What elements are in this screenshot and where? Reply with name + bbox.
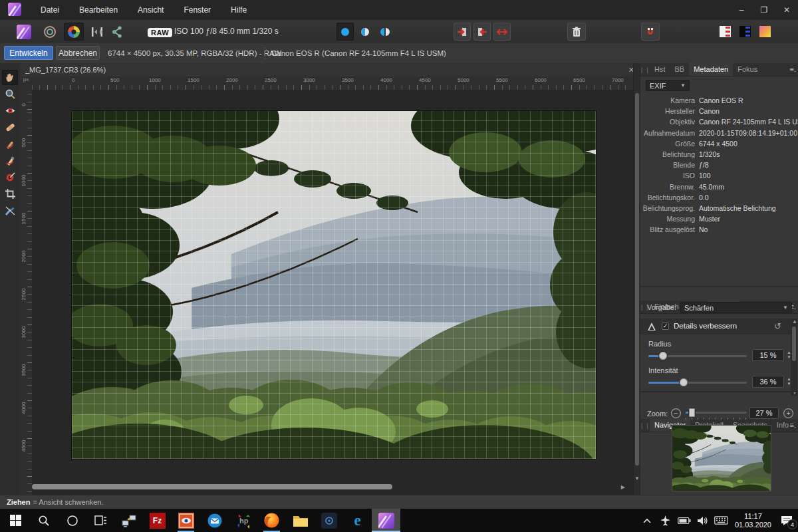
overlay-erase-tool[interactable] <box>2 153 18 168</box>
navigator-zoom-slider[interactable] <box>686 406 747 420</box>
preset-dropdown[interactable]: Schärfen▼ <box>680 302 792 313</box>
exif-dropdown[interactable]: EXIF▼ <box>646 80 690 91</box>
minimize-button[interactable]: – <box>730 0 753 20</box>
liquify-persona-icon[interactable] <box>40 23 60 41</box>
irfanview-icon[interactable] <box>172 509 200 532</box>
metadata-row: Brennw.45.0mm <box>640 182 798 192</box>
menu-item[interactable]: Hilfe <box>221 0 257 20</box>
scroll-down-arrow-icon[interactable]: ▼ <box>634 475 640 481</box>
radius-value[interactable]: 15 % <box>752 349 784 361</box>
zoom-in-button[interactable]: + <box>783 408 793 418</box>
blemish-removal-tool[interactable] <box>2 120 18 135</box>
clock[interactable]: 11:17 01.03.2020 <box>735 512 771 529</box>
airplane-mode-icon[interactable] <box>656 509 675 532</box>
firefox-icon[interactable] <box>257 509 286 532</box>
overlay-paint-tool[interactable] <box>2 136 18 152</box>
dark-app-icon[interactable] <box>315 509 343 532</box>
zoom-out-button[interactable]: − <box>671 408 681 418</box>
zoom-tool[interactable] <box>2 86 18 102</box>
clipped-tones-icon[interactable] <box>757 23 773 41</box>
panel-tab[interactable]: Hst <box>650 63 670 76</box>
affinity-photo-window: DateiBearbeitenAnsichtFensterHilfe – ❐ ✕ <box>0 0 798 532</box>
thunderbird-icon[interactable] <box>200 509 229 532</box>
vertical-scroll-thumb[interactable] <box>635 93 639 466</box>
cancel-button[interactable]: Abbrechen <box>56 46 100 60</box>
close-button[interactable]: ✕ <box>775 0 798 20</box>
photo-persona-icon[interactable] <box>15 23 33 41</box>
start-icon[interactable] <box>1 509 30 532</box>
horizontal-scroll-thumb[interactable] <box>32 484 392 489</box>
radius-slider[interactable] <box>648 350 747 361</box>
menu-item[interactable]: Fenster <box>174 0 221 20</box>
file-explorer-icon[interactable] <box>286 509 315 532</box>
intensity-stepper[interactable]: ▲▼ <box>785 376 793 388</box>
panel-grip-icon[interactable]: ❘❘ <box>640 419 650 432</box>
delete-overlay-icon[interactable] <box>567 23 586 41</box>
details-checkbox[interactable]: ✓ <box>662 323 669 330</box>
winscp-icon[interactable] <box>114 509 143 532</box>
restore-button[interactable]: ❐ <box>753 0 775 20</box>
raw-badge: RAW <box>148 26 172 38</box>
panel-menu-icon[interactable]: ≡. <box>790 419 796 432</box>
ruler-label: 3000 <box>21 323 27 342</box>
panel-menu-icon[interactable]: ≡. <box>790 63 796 76</box>
canvas[interactable]: ▶ <box>32 90 633 495</box>
scroll-up-arrow-icon[interactable]: ▲ <box>792 319 797 325</box>
view-hand-tool[interactable] <box>2 70 18 85</box>
search-icon[interactable] <box>29 509 58 532</box>
zoom-slider-knob[interactable] <box>689 408 695 417</box>
colored-arrows-app-icon[interactable]: hp <box>229 509 257 532</box>
intensity-value[interactable]: 36 % <box>752 376 784 388</box>
document-tab[interactable]: _MG_1737.CR3 (26.6%) ✕ <box>20 63 640 76</box>
affinity-photo-icon[interactable] <box>372 509 400 532</box>
menu-item[interactable]: Ansicht <box>128 0 174 20</box>
panel-tab[interactable]: BB <box>670 63 690 76</box>
edge-icon[interactable]: e <box>343 509 372 532</box>
reset-icon[interactable]: ↺ <box>774 321 781 331</box>
clipped-highlights-icon[interactable] <box>717 23 733 41</box>
battery-icon[interactable] <box>675 509 694 532</box>
task-view-icon[interactable] <box>86 509 115 532</box>
cortana-icon[interactable] <box>58 509 86 532</box>
develop-button[interactable]: Entwickeln <box>4 46 53 60</box>
mirror-view-icon[interactable] <box>376 23 394 41</box>
navigator-zoom-value[interactable]: 27 % <box>749 407 779 419</box>
tonemap-persona-icon[interactable] <box>88 23 106 41</box>
photo-image[interactable] <box>72 111 596 459</box>
volume-icon[interactable] <box>694 509 712 532</box>
red-eye-tool[interactable] <box>2 103 18 118</box>
radius-slider-knob[interactable] <box>659 352 667 360</box>
tray-chevron-icon[interactable] <box>638 509 656 532</box>
ruler-label: 500 <box>21 133 27 153</box>
split-view-icon[interactable] <box>356 23 374 41</box>
ruler-label: 6000 <box>535 77 547 83</box>
panel-tab[interactable]: Fokus <box>733 63 762 76</box>
scroll-right-arrow-icon[interactable]: ▶ <box>621 484 625 490</box>
window-controls: – ❐ ✕ <box>730 0 798 20</box>
clipped-shadows-icon[interactable] <box>737 23 753 41</box>
crop-tool[interactable] <box>2 186 18 201</box>
panel-grip-icon[interactable]: ❘❘ <box>640 63 650 76</box>
snapping-magnet-icon[interactable] <box>641 23 660 41</box>
swap-overlay-icon[interactable] <box>493 23 511 41</box>
action-center-icon[interactable]: 4 <box>775 509 798 532</box>
panel-tab[interactable]: Metadaten <box>689 63 733 76</box>
develop-persona-icon[interactable] <box>64 23 84 41</box>
horizontal-scrollbar[interactable]: ▶ <box>32 483 633 491</box>
export-persona-icon[interactable] <box>108 23 126 41</box>
menu-item[interactable]: Bearbeiten <box>69 0 128 20</box>
menu-item[interactable]: Datei <box>31 0 69 20</box>
navigator-thumbnail[interactable] <box>672 426 771 491</box>
keyboard-icon[interactable] <box>712 509 731 532</box>
blur-brush-tool[interactable] <box>2 203 18 218</box>
clock-time: 11:17 <box>735 512 771 521</box>
paste-overlay-icon[interactable] <box>454 23 471 41</box>
single-view-icon[interactable] <box>336 23 354 41</box>
radius-stepper[interactable]: ▲▼ <box>785 349 793 361</box>
filezilla-icon[interactable]: Fz <box>143 509 172 532</box>
overlay-gradient-tool[interactable] <box>2 170 18 185</box>
intensity-slider[interactable] <box>648 377 747 388</box>
intensity-slider-knob[interactable] <box>680 378 688 386</box>
copy-overlay-icon[interactable] <box>473 23 491 41</box>
metadata-tab-bar: ❘❘ HstBBMetadatenFokus ≡. <box>640 63 798 76</box>
